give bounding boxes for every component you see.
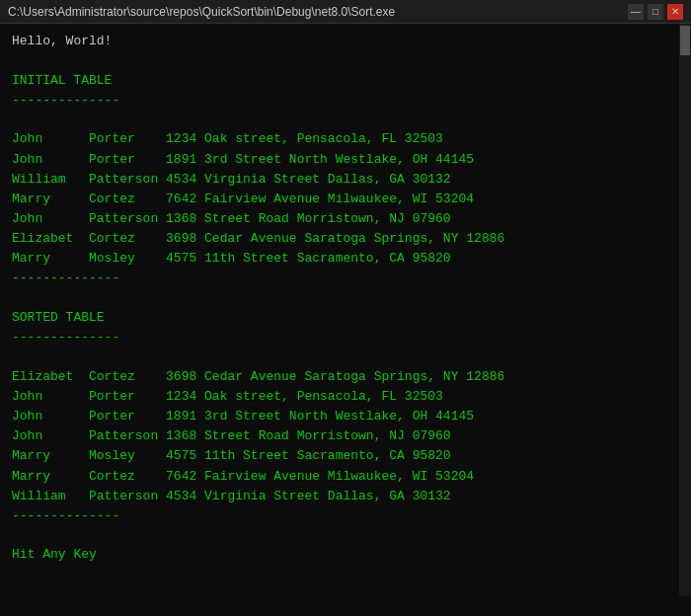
separator-2: -------------- — [12, 269, 679, 288]
table-row: Elizabet Cortez 3698 Cedar Avenue Sarato… — [12, 367, 679, 387]
minimize-button[interactable]: — — [628, 4, 644, 20]
scrollbar[interactable] — [679, 24, 691, 596]
console-body: Hello, World! INITIAL TABLE ------------… — [0, 24, 691, 574]
table-row: John Porter 1891 3rd Street North Westla… — [12, 407, 679, 426]
table-row: Marry Cortez 7642 Fairview Avenue Milwau… — [12, 467, 679, 487]
table-row: John Porter 1891 3rd Street North Westla… — [12, 150, 679, 170]
table-row: John Porter 1234 Oak street, Pensacola, … — [12, 129, 679, 149]
title-bar-controls: — □ ✕ — [628, 4, 683, 20]
initial-table-rows: John Porter 1234 Oak street, Pensacola, … — [12, 129, 679, 269]
initial-table-label: INITIAL TABLE — [12, 71, 679, 91]
table-row: Marry Mosley 4575 11th Street Sacramento… — [12, 249, 679, 269]
table-row: John Patterson 1368 Street Road Morristo… — [12, 209, 679, 229]
title-bar: C:\Users\Administrator\source\repos\Quic… — [0, 0, 691, 24]
table-row: John Patterson 1368 Street Road Morristo… — [12, 426, 679, 446]
maximize-button[interactable]: □ — [648, 4, 663, 20]
table-row: Marry Cortez 7642 Fairview Avenue Milwau… — [12, 190, 679, 209]
title-bar-text: C:\Users\Administrator\source\repos\Quic… — [8, 5, 395, 19]
table-row: William Patterson 4534 Virginia Street D… — [12, 487, 679, 506]
separator-1: -------------- — [12, 91, 679, 111]
footer-line: Hit Any Key — [12, 545, 679, 565]
sorted-table-label: SORTED TABLE — [12, 308, 679, 328]
sorted-table-rows: Elizabet Cortez 3698 Cedar Avenue Sarato… — [12, 367, 679, 506]
table-row: William Patterson 4534 Virginia Street D… — [12, 170, 679, 190]
table-row: John Porter 1234 Oak street, Pensacola, … — [12, 387, 679, 407]
table-row: Marry Mosley 4575 11th Street Sacramento… — [12, 446, 679, 466]
table-row: Elizabet Cortez 3698 Cedar Avenue Sarato… — [12, 229, 679, 249]
separator-3: -------------- — [12, 328, 679, 347]
greeting-line: Hello, World! — [12, 32, 679, 51]
close-button[interactable]: ✕ — [667, 4, 683, 20]
scrollbar-thumb[interactable] — [680, 26, 690, 55]
separator-4: -------------- — [12, 506, 679, 526]
